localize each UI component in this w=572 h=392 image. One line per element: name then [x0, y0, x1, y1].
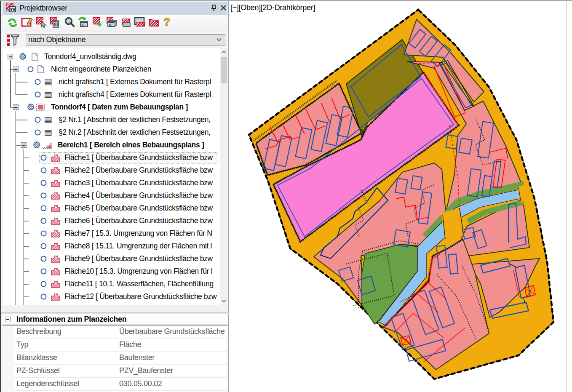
- svg-text:?: ?: [163, 16, 170, 28]
